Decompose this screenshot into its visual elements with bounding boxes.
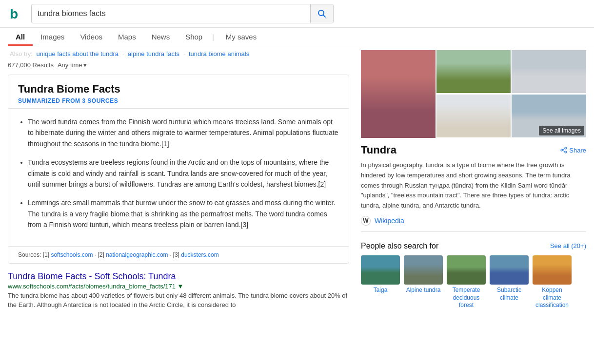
- search-bar: [31, 4, 334, 23]
- share-icon: [560, 147, 567, 153]
- also-try-link-2[interactable]: alpine tundra facts: [128, 50, 179, 57]
- tundra-image-4[interactable]: [436, 95, 511, 137]
- also-try-prefix: Also try:: [10, 50, 33, 57]
- filter-label: Any time: [58, 61, 82, 69]
- wikipedia-icon: W: [361, 216, 371, 226]
- tundra-info: Tundra Share In physical geography, tund…: [361, 144, 586, 242]
- source-num-1: [1]: [43, 251, 51, 258]
- source-sep-2: ·: [170, 251, 173, 258]
- result-title: Tundra Biome Facts - Soft Schools: Tundr…: [8, 271, 349, 282]
- right-column: See all images Tundra Share In phy: [349, 50, 586, 318]
- result-snippet: The tundra biome has about 400 varieties…: [8, 291, 349, 310]
- anytime-filter[interactable]: Any time ▾: [58, 61, 87, 69]
- pas-item-taiga[interactable]: Taiga: [361, 255, 400, 309]
- svg-line-2: [323, 15, 326, 18]
- pas-item-koppen[interactable]: Köppen climate classification: [533, 255, 572, 309]
- source-num-3: [3]: [173, 251, 181, 258]
- header: b: [0, 0, 594, 28]
- result-url: www.softschools.com/facts/biomes/tundra_…: [8, 283, 349, 290]
- dot-separator-1: ·: [122, 50, 126, 57]
- source-link-2[interactable]: nationalgeographic.com: [106, 251, 168, 258]
- search-button[interactable]: [310, 4, 333, 23]
- search-input[interactable]: [32, 9, 310, 18]
- pas-grid: Taiga Alpine tundra Temperate deciduous …: [361, 255, 586, 309]
- result-title-link[interactable]: Tundra Biome Facts - Soft Schools: Tundr…: [8, 271, 176, 281]
- svg-point-4: [561, 149, 563, 151]
- divider: [361, 231, 586, 232]
- dot-separator-2: ·: [183, 50, 187, 57]
- pas-item-temperate[interactable]: Temperate deciduous forest: [447, 255, 486, 309]
- wikipedia-link[interactable]: W Wikipedia: [361, 216, 586, 226]
- tundra-name: Tundra: [361, 144, 396, 156]
- pas-header: People also search for See all (20+): [361, 242, 586, 250]
- nav-item-news[interactable]: News: [144, 28, 178, 46]
- results-meta: 677,000 Results Any time ▾: [8, 61, 349, 69]
- pas-item-subarctic[interactable]: Subarctic climate: [490, 255, 529, 309]
- facts-subtitle: SUMMARIZED FROM 3 SOURCES: [18, 97, 339, 104]
- svg-line-7: [563, 151, 565, 152]
- nav-item-videos[interactable]: Videos: [72, 28, 110, 46]
- pas-title: People also search for: [361, 242, 438, 250]
- left-column: Also try: unique facts about the tundra …: [8, 50, 349, 318]
- pas-label-taiga: Taiga: [374, 287, 388, 294]
- nav-item-saves[interactable]: My saves: [218, 28, 264, 46]
- also-try-link-1[interactable]: unique facts about the tundra: [37, 50, 119, 57]
- nav-item-images[interactable]: Images: [33, 28, 72, 46]
- nav: All Images Videos Maps News Shop | My sa…: [0, 28, 594, 46]
- facts-box: Tundra Biome Facts SUMMARIZED FROM 3 SOU…: [8, 75, 349, 264]
- pas-label-temperate: Temperate deciduous forest: [447, 287, 486, 309]
- pas-see-all[interactable]: See all (20+): [550, 242, 586, 249]
- fact-item-2: Tundra ecosystems are treeless regions f…: [28, 157, 339, 190]
- svg-text:b: b: [10, 6, 18, 21]
- source-num-2: [2]: [98, 251, 106, 258]
- share-label: Share: [569, 147, 586, 154]
- svg-line-6: [563, 149, 565, 150]
- facts-content: The word tundra comes from the Finnish w…: [8, 109, 349, 246]
- share-button[interactable]: Share: [560, 147, 586, 154]
- pas-label-koppen: Köppen climate classification: [533, 287, 572, 309]
- people-also-search: People also search for See all (20+) Tai…: [361, 242, 586, 309]
- image-grid: See all images: [361, 50, 586, 138]
- bing-logo: b: [8, 5, 25, 22]
- wikipedia-label: Wikipedia: [375, 217, 404, 225]
- nav-item-all[interactable]: All: [8, 28, 33, 46]
- also-try-link-3[interactable]: tundra biome animals: [189, 50, 249, 57]
- tundra-description: In physical geography, tundra is a type …: [361, 160, 586, 211]
- nav-item-maps[interactable]: Maps: [110, 28, 144, 46]
- source-link-3[interactable]: ducksters.com: [181, 251, 218, 258]
- nav-item-shop[interactable]: Shop: [178, 28, 210, 46]
- fact-item-3: Lemmings are small mammals that burrow u…: [28, 197, 339, 230]
- pas-label-alpine: Alpine tundra: [406, 287, 441, 294]
- facts-list: The word tundra comes from the Finnish w…: [18, 116, 339, 230]
- tundra-title-row: Tundra Share: [361, 144, 586, 156]
- chevron-down-icon: ▾: [83, 61, 87, 69]
- facts-header: Tundra Biome Facts SUMMARIZED FROM 3 SOU…: [8, 75, 349, 109]
- tundra-image-3[interactable]: [512, 50, 586, 93]
- pas-item-alpine[interactable]: Alpine tundra: [404, 255, 443, 309]
- results-count: 677,000 Results: [8, 61, 54, 69]
- tundra-image-2[interactable]: [436, 50, 511, 93]
- facts-sources: Sources: [1] softschools.com · [2] natio…: [8, 246, 349, 263]
- pas-image-alpine: [404, 255, 443, 285]
- sources-prefix: Sources:: [18, 251, 41, 258]
- also-try: Also try: unique facts about the tundra …: [8, 50, 349, 57]
- pas-label-subarctic: Subarctic climate: [490, 287, 529, 302]
- facts-title: Tundra Biome Facts: [18, 83, 339, 96]
- main-content: Also try: unique facts about the tundra …: [0, 46, 594, 322]
- search-icon: [317, 9, 326, 18]
- nav-separator: |: [210, 33, 216, 41]
- source-link-1[interactable]: softschools.com: [51, 251, 93, 258]
- search-result-1: Tundra Biome Facts - Soft Schools: Tundr…: [8, 271, 349, 310]
- tundra-image-1[interactable]: [361, 50, 436, 138]
- svg-point-5: [565, 151, 567, 153]
- pas-image-temperate: [447, 255, 486, 285]
- fact-item-1: The word tundra comes from the Finnish w…: [28, 116, 339, 149]
- see-all-images-btn[interactable]: See all images: [539, 126, 584, 135]
- pas-image-subarctic: [490, 255, 529, 285]
- pas-image-taiga: [361, 255, 400, 285]
- tundra-image-5[interactable]: See all images: [512, 95, 586, 137]
- svg-point-3: [565, 147, 567, 149]
- pas-image-koppen: [533, 255, 572, 285]
